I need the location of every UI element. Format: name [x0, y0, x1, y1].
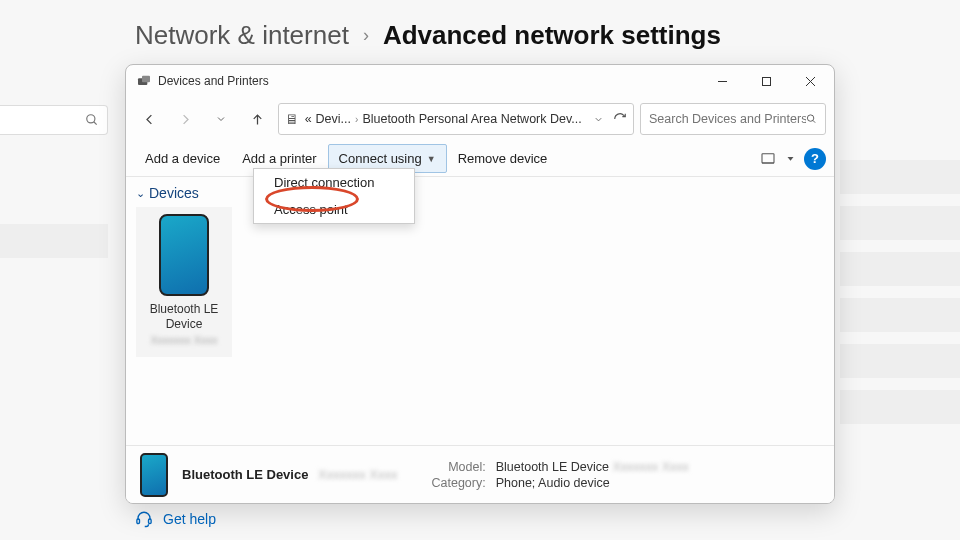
- refresh-icon[interactable]: [611, 110, 629, 128]
- get-help-label: Get help: [163, 511, 216, 527]
- maximize-button[interactable]: [744, 66, 788, 96]
- back-button[interactable]: [134, 104, 164, 134]
- menu-item-direct-connection[interactable]: Direct connection: [254, 169, 414, 196]
- chevron-right-icon: ›: [363, 25, 369, 46]
- connect-using-menu: Direct connection Access point: [253, 168, 415, 224]
- search-icon[interactable]: [806, 111, 817, 127]
- devices-group-header[interactable]: ⌄ Devices: [136, 183, 824, 207]
- details-name-blurred: Xxxxxxx Xxxx: [318, 467, 397, 482]
- chevron-down-icon: ⌄: [136, 187, 145, 200]
- breadcrumb-current: Advanced network settings: [383, 20, 721, 51]
- device-sublabel-blurred: Xxxxxxx Xxxx: [150, 334, 217, 346]
- devices-printers-window: Devices and Printers 🖥 « Devi... › Bluet…: [125, 64, 835, 504]
- breadcrumb-parent[interactable]: Network & internet: [135, 20, 349, 51]
- phone-device-icon: [159, 214, 209, 296]
- details-meta: Model: Bluetooth LE Device Xxxxxxx Xxxx …: [432, 460, 689, 490]
- details-pane: Bluetooth LE Device Xxxxxxx Xxxx Model: …: [126, 445, 834, 503]
- svg-marker-15: [787, 157, 793, 161]
- add-device-button[interactable]: Add a device: [134, 144, 231, 173]
- svg-rect-7: [762, 77, 770, 85]
- svg-rect-2: [137, 519, 140, 524]
- menu-item-access-point[interactable]: Access point: [254, 196, 414, 223]
- get-help-link[interactable]: Get help: [135, 510, 216, 528]
- svg-rect-5: [142, 76, 150, 83]
- svg-point-0: [87, 115, 95, 123]
- remove-device-button[interactable]: Remove device: [447, 144, 559, 173]
- content-area: ⌄ Devices Bluetooth LE Device Xxxxxxx Xx…: [126, 177, 834, 445]
- settings-search-stub[interactable]: [0, 105, 108, 135]
- view-options-button[interactable]: [754, 147, 782, 171]
- phone-device-icon: [140, 453, 168, 497]
- address-dropdown-icon[interactable]: [590, 110, 608, 128]
- svg-line-12: [813, 120, 815, 122]
- up-button[interactable]: [242, 104, 272, 134]
- svg-rect-3: [149, 519, 152, 524]
- category-label: Category:: [432, 476, 486, 490]
- window-titlebar: Devices and Printers: [126, 65, 834, 97]
- dropdown-caret-icon: ▼: [427, 154, 436, 164]
- help-headset-icon: [135, 510, 153, 528]
- search-box[interactable]: [640, 103, 826, 135]
- help-button[interactable]: ?: [804, 148, 826, 170]
- forward-button[interactable]: [170, 104, 200, 134]
- device-label: Bluetooth LE Device: [141, 302, 227, 332]
- svg-rect-13: [762, 153, 774, 162]
- address-bar[interactable]: 🖥 « Devi... › Bluetooth Personal Area Ne…: [278, 103, 634, 135]
- address-root[interactable]: Devi...: [316, 112, 351, 126]
- address-ellipsis[interactable]: «: [305, 112, 312, 126]
- address-current[interactable]: Bluetooth Personal Area Network Dev...: [362, 112, 581, 126]
- close-button[interactable]: [788, 66, 832, 96]
- devices-printers-icon: [136, 73, 152, 89]
- device-tile[interactable]: Bluetooth LE Device Xxxxxxx Xxxx: [136, 207, 232, 357]
- details-device-name: Bluetooth LE Device: [182, 467, 308, 482]
- window-title: Devices and Printers: [158, 74, 269, 88]
- svg-point-11: [807, 115, 813, 121]
- model-label: Model:: [432, 460, 486, 474]
- view-dropdown-icon[interactable]: [782, 147, 798, 171]
- chevron-right-icon[interactable]: ›: [355, 114, 358, 125]
- group-label: Devices: [149, 185, 199, 201]
- minimize-button[interactable]: [700, 66, 744, 96]
- search-icon: [85, 113, 99, 127]
- details-name-block: Bluetooth LE Device Xxxxxxx Xxxx: [182, 467, 398, 482]
- location-icon: 🖥: [283, 110, 301, 128]
- category-value: Phone; Audio device: [496, 476, 689, 490]
- connect-using-label: Connect using: [339, 151, 422, 166]
- svg-line-1: [94, 122, 97, 125]
- recent-locations-button[interactable]: [206, 104, 236, 134]
- search-input[interactable]: [649, 112, 806, 126]
- model-value: Bluetooth LE Device Xxxxxxx Xxxx: [496, 460, 689, 474]
- settings-breadcrumb: Network & internet › Advanced network se…: [135, 20, 721, 51]
- command-bar: Add a device Add a printer Connect using…: [126, 141, 834, 177]
- navigation-row: 🖥 « Devi... › Bluetooth Personal Area Ne…: [126, 97, 834, 141]
